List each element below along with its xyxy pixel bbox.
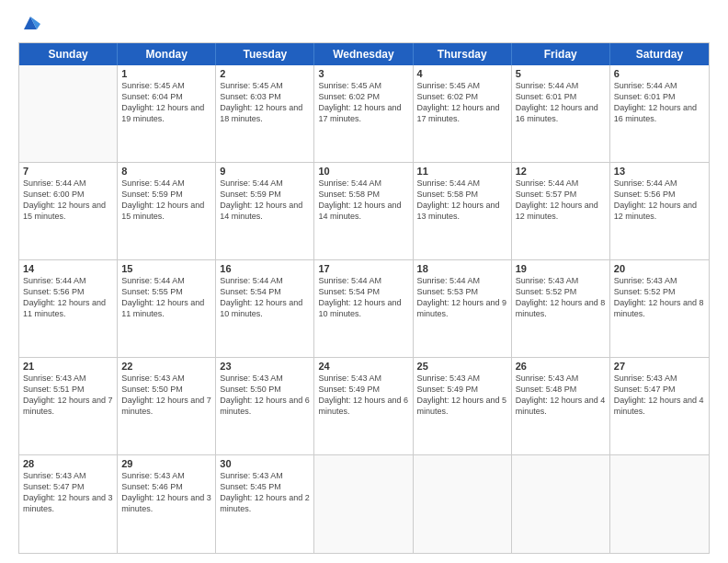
day-info: Sunrise: 5:45 AMSunset: 6:02 PMDaylight:… — [417, 80, 507, 125]
day-info: Sunrise: 5:43 AMSunset: 5:49 PMDaylight:… — [417, 373, 507, 418]
cal-cell: 13Sunrise: 5:44 AMSunset: 5:56 PMDayligh… — [610, 163, 709, 259]
cal-cell: 8Sunrise: 5:44 AMSunset: 5:59 PMDaylight… — [118, 163, 216, 259]
day-number: 24 — [318, 361, 408, 372]
week-row-5: 28Sunrise: 5:43 AMSunset: 5:47 PMDayligh… — [19, 455, 709, 553]
cal-cell: 22Sunrise: 5:43 AMSunset: 5:50 PMDayligh… — [118, 358, 216, 454]
day-info: Sunrise: 5:45 AMSunset: 6:02 PMDaylight:… — [318, 80, 408, 125]
day-number: 11 — [417, 166, 507, 177]
day-info: Sunrise: 5:43 AMSunset: 5:47 PMDaylight:… — [23, 470, 113, 515]
header-day-thursday: Thursday — [414, 43, 512, 65]
logo — [18, 17, 40, 33]
cal-cell: 19Sunrise: 5:43 AMSunset: 5:52 PMDayligh… — [512, 260, 610, 357]
cal-cell: 21Sunrise: 5:43 AMSunset: 5:51 PMDayligh… — [19, 358, 118, 454]
calendar-body: 1Sunrise: 5:45 AMSunset: 6:04 PMDaylight… — [19, 65, 709, 553]
day-info: Sunrise: 5:43 AMSunset: 5:51 PMDaylight:… — [23, 373, 113, 418]
cal-cell — [512, 455, 610, 553]
week-row-3: 14Sunrise: 5:44 AMSunset: 5:56 PMDayligh… — [19, 260, 709, 358]
cal-cell: 6Sunrise: 5:44 AMSunset: 6:01 PMDaylight… — [610, 65, 709, 162]
day-info: Sunrise: 5:43 AMSunset: 5:52 PMDaylight:… — [614, 275, 705, 320]
cal-cell — [314, 455, 413, 553]
cal-cell: 26Sunrise: 5:43 AMSunset: 5:48 PMDayligh… — [512, 358, 610, 454]
day-info: Sunrise: 5:43 AMSunset: 5:49 PMDaylight:… — [318, 373, 408, 418]
cal-cell: 5Sunrise: 5:44 AMSunset: 6:01 PMDaylight… — [512, 65, 610, 162]
cal-cell: 1Sunrise: 5:45 AMSunset: 6:04 PMDaylight… — [118, 65, 216, 162]
week-row-4: 21Sunrise: 5:43 AMSunset: 5:51 PMDayligh… — [19, 358, 709, 455]
day-number: 6 — [614, 68, 705, 79]
day-info: Sunrise: 5:44 AMSunset: 5:54 PMDaylight:… — [318, 275, 408, 320]
day-number: 18 — [417, 263, 507, 274]
cal-cell — [610, 455, 709, 553]
day-number: 25 — [417, 361, 507, 372]
day-info: Sunrise: 5:44 AMSunset: 5:55 PMDaylight:… — [121, 275, 211, 320]
day-info: Sunrise: 5:44 AMSunset: 5:59 PMDaylight:… — [121, 178, 211, 223]
day-number: 9 — [220, 166, 310, 177]
day-number: 22 — [121, 361, 211, 372]
day-number: 28 — [23, 458, 113, 469]
cal-cell: 24Sunrise: 5:43 AMSunset: 5:49 PMDayligh… — [314, 358, 413, 454]
cal-cell: 16Sunrise: 5:44 AMSunset: 5:54 PMDayligh… — [216, 260, 314, 357]
day-number: 30 — [220, 458, 310, 469]
cal-cell: 2Sunrise: 5:45 AMSunset: 6:03 PMDaylight… — [216, 65, 314, 162]
cal-cell: 27Sunrise: 5:43 AMSunset: 5:47 PMDayligh… — [610, 358, 709, 454]
header-day-sunday: Sunday — [19, 43, 118, 65]
day-info: Sunrise: 5:44 AMSunset: 5:53 PMDaylight:… — [417, 275, 507, 320]
header-day-monday: Monday — [118, 43, 216, 65]
day-number: 14 — [23, 263, 113, 274]
header — [18, 17, 710, 33]
day-info: Sunrise: 5:43 AMSunset: 5:52 PMDaylight:… — [516, 275, 606, 320]
cal-cell: 9Sunrise: 5:44 AMSunset: 5:59 PMDaylight… — [216, 163, 314, 259]
day-number: 4 — [417, 68, 507, 79]
day-info: Sunrise: 5:44 AMSunset: 6:01 PMDaylight:… — [516, 80, 606, 125]
week-row-2: 7Sunrise: 5:44 AMSunset: 6:00 PMDaylight… — [19, 163, 709, 260]
day-number: 27 — [614, 361, 705, 372]
day-info: Sunrise: 5:43 AMSunset: 5:48 PMDaylight:… — [516, 373, 606, 418]
day-number: 8 — [121, 166, 211, 177]
day-number: 3 — [318, 68, 408, 79]
cal-cell: 29Sunrise: 5:43 AMSunset: 5:46 PMDayligh… — [118, 455, 216, 553]
day-info: Sunrise: 5:44 AMSunset: 5:58 PMDaylight:… — [417, 178, 507, 223]
day-info: Sunrise: 5:45 AMSunset: 6:04 PMDaylight:… — [121, 80, 211, 125]
cal-cell: 30Sunrise: 5:43 AMSunset: 5:45 PMDayligh… — [216, 455, 314, 553]
day-info: Sunrise: 5:43 AMSunset: 5:50 PMDaylight:… — [121, 373, 211, 418]
header-day-wednesday: Wednesday — [314, 43, 413, 65]
calendar-header: SundayMondayTuesdayWednesdayThursdayFrid… — [19, 43, 709, 65]
day-number: 21 — [23, 361, 113, 372]
day-number: 19 — [516, 263, 606, 274]
cal-cell: 14Sunrise: 5:44 AMSunset: 5:56 PMDayligh… — [19, 260, 118, 357]
day-info: Sunrise: 5:44 AMSunset: 5:54 PMDaylight:… — [220, 275, 310, 320]
day-number: 26 — [516, 361, 606, 372]
day-number: 2 — [220, 68, 310, 79]
cal-cell: 17Sunrise: 5:44 AMSunset: 5:54 PMDayligh… — [314, 260, 413, 357]
day-number: 20 — [614, 263, 705, 274]
day-number: 7 — [23, 166, 113, 177]
day-info: Sunrise: 5:43 AMSunset: 5:47 PMDaylight:… — [614, 373, 705, 418]
day-number: 29 — [121, 458, 211, 469]
day-info: Sunrise: 5:44 AMSunset: 5:58 PMDaylight:… — [318, 178, 408, 223]
day-number: 10 — [318, 166, 408, 177]
day-info: Sunrise: 5:43 AMSunset: 5:46 PMDaylight:… — [121, 470, 211, 515]
cal-cell: 23Sunrise: 5:43 AMSunset: 5:50 PMDayligh… — [216, 358, 314, 454]
day-number: 15 — [121, 263, 211, 274]
cal-cell — [414, 455, 512, 553]
day-number: 17 — [318, 263, 408, 274]
day-info: Sunrise: 5:45 AMSunset: 6:03 PMDaylight:… — [220, 80, 310, 125]
header-day-tuesday: Tuesday — [216, 43, 314, 65]
page: SundayMondayTuesdayWednesdayThursdayFrid… — [0, 0, 728, 563]
cal-cell: 28Sunrise: 5:43 AMSunset: 5:47 PMDayligh… — [19, 455, 118, 553]
day-info: Sunrise: 5:44 AMSunset: 5:56 PMDaylight:… — [614, 178, 705, 223]
week-row-1: 1Sunrise: 5:45 AMSunset: 6:04 PMDaylight… — [19, 65, 709, 163]
cal-cell: 3Sunrise: 5:45 AMSunset: 6:02 PMDaylight… — [314, 65, 413, 162]
header-day-friday: Friday — [512, 43, 610, 65]
cal-cell: 7Sunrise: 5:44 AMSunset: 6:00 PMDaylight… — [19, 163, 118, 259]
day-number: 12 — [516, 166, 606, 177]
day-info: Sunrise: 5:44 AMSunset: 6:00 PMDaylight:… — [23, 178, 113, 223]
calendar: SundayMondayTuesdayWednesdayThursdayFrid… — [18, 42, 710, 554]
day-number: 23 — [220, 361, 310, 372]
cal-cell: 4Sunrise: 5:45 AMSunset: 6:02 PMDaylight… — [414, 65, 512, 162]
cal-cell: 15Sunrise: 5:44 AMSunset: 5:55 PMDayligh… — [118, 260, 216, 357]
cal-cell: 10Sunrise: 5:44 AMSunset: 5:58 PMDayligh… — [314, 163, 413, 259]
day-info: Sunrise: 5:44 AMSunset: 5:59 PMDaylight:… — [220, 178, 310, 223]
cal-cell: 11Sunrise: 5:44 AMSunset: 5:58 PMDayligh… — [414, 163, 512, 259]
day-info: Sunrise: 5:44 AMSunset: 5:57 PMDaylight:… — [516, 178, 606, 223]
day-number: 16 — [220, 263, 310, 274]
